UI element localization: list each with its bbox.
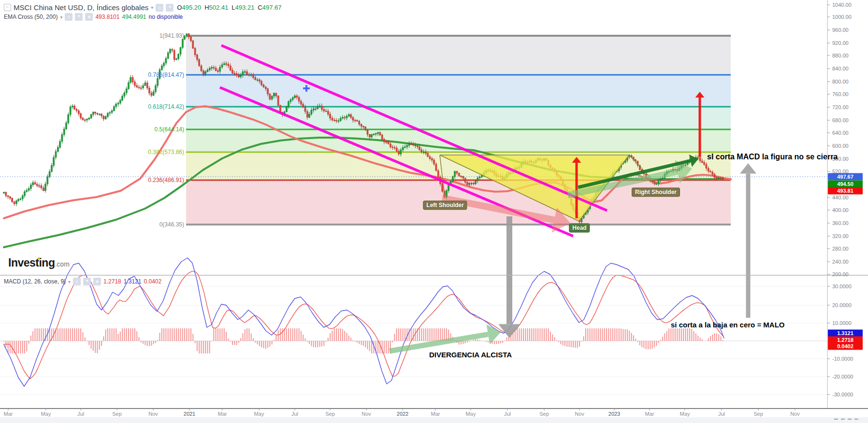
time-axis-label[interactable]: Sep	[325, 411, 335, 417]
price-axis-label[interactable]: 840.00	[832, 66, 849, 71]
time-axis-label[interactable]: Mar	[4, 411, 13, 417]
candle-body	[232, 70, 233, 73]
candle-body	[184, 36, 186, 39]
eye-icon[interactable]: ○	[156, 4, 163, 12]
head-label[interactable]: Head	[569, 224, 590, 233]
time-axis-label[interactable]: Mar	[431, 411, 440, 417]
macd-axis-label[interactable]: 10.0000	[832, 320, 852, 326]
candle-body	[267, 89, 269, 94]
price-axis-label[interactable]: 720.00	[832, 104, 849, 110]
macd-axis-label[interactable]: -10.0000	[832, 356, 853, 362]
symbol-title[interactable]: MSCI China Net USD, D, Índices globales	[14, 3, 148, 12]
price-axis-label[interactable]: 680.00	[832, 117, 849, 123]
time-axis-label[interactable]: Jul	[504, 411, 511, 417]
price-axis-label[interactable]: 880.00	[832, 53, 849, 58]
candle-body	[55, 152, 57, 157]
gear-icon[interactable]: *	[83, 278, 91, 285]
chevron-down-icon[interactable]: ▾	[151, 5, 153, 10]
time-axis-label[interactable]: May	[254, 411, 264, 417]
price-axis-label[interactable]: 360.00	[832, 220, 849, 226]
price-axis-label[interactable]: 400.00	[832, 207, 849, 213]
candle-body	[357, 120, 358, 121]
candle-body	[99, 114, 100, 115]
price-axis-label[interactable]: 440.00	[832, 195, 849, 200]
time-axis-label[interactable]: Sep	[753, 411, 763, 417]
time-axis-label[interactable]: Mar	[218, 411, 227, 417]
candle-body	[325, 111, 327, 112]
price-axis-label[interactable]: 1000.00	[832, 14, 852, 20]
gear-icon[interactable]: *	[166, 4, 174, 12]
price-axis-label[interactable]: 640.00	[832, 130, 849, 136]
chevron-down-icon[interactable]: ▾	[60, 14, 62, 20]
eye-icon[interactable]: ○	[65, 13, 72, 21]
macd-label[interactable]: MACD (12, 26, close, 9)	[4, 278, 66, 285]
candle-body	[211, 68, 213, 69]
macd-axis-label[interactable]: 20.0000	[832, 302, 852, 308]
candle-body	[419, 147, 420, 150]
price-axis-label[interactable]: 760.00	[832, 91, 849, 97]
candle-body	[34, 183, 36, 184]
close-icon[interactable]: ×	[85, 13, 93, 21]
candle-body	[469, 183, 470, 184]
price-axis-label[interactable]: 200.00	[832, 271, 849, 277]
time-axis-label[interactable]: Jul	[291, 411, 298, 417]
time-axis-label[interactable]: 2022	[397, 411, 408, 417]
candle-body	[377, 133, 379, 134]
right-shoulder-label[interactable]: Right Shoulder	[632, 188, 680, 197]
price-axis-label[interactable]: 600.00	[832, 143, 849, 149]
candle-body	[660, 179, 661, 180]
chart-canvas[interactable]	[0, 0, 868, 423]
candle-body	[205, 72, 206, 74]
macd-axis-label[interactable]: 30.0000	[832, 283, 852, 289]
time-axis-label[interactable]: May	[680, 411, 690, 417]
candle-body	[174, 50, 175, 60]
eye-icon[interactable]: ○	[73, 278, 81, 285]
time-axis-label[interactable]: Sep	[112, 411, 122, 417]
time-axis-label[interactable]: Jul	[718, 411, 725, 417]
candle-body	[66, 123, 67, 129]
price-axis-label[interactable]: 920.00	[832, 40, 849, 46]
left-shoulder-label[interactable]: Left Shoulder	[423, 201, 467, 210]
candle-body	[317, 106, 318, 109]
time-axis-label[interactable]: Sep	[539, 411, 549, 417]
candle-body	[161, 66, 162, 70]
price-axis-label[interactable]: 240.00	[832, 259, 849, 265]
collapse-pane-icon[interactable]: −	[4, 4, 11, 11]
time-axis-label[interactable]: Nov	[790, 411, 800, 417]
candle-body	[151, 93, 152, 96]
macd-axis-label[interactable]: -20.0000	[832, 374, 853, 380]
price-axis-label[interactable]: 800.00	[832, 79, 849, 85]
time-axis-label[interactable]: 2023	[608, 411, 620, 417]
time-axis-label[interactable]: 2021	[184, 411, 195, 417]
candle-body	[80, 114, 82, 118]
price-axis-label[interactable]: 320.00	[832, 233, 849, 239]
price-axis-label[interactable]: 280.00	[832, 246, 849, 252]
candle-body	[3, 192, 5, 193]
chevron-down-icon[interactable]: ▾	[68, 279, 71, 284]
time-axis-label[interactable]: Jul	[77, 411, 84, 417]
price-axis-label[interactable]: 960.00	[832, 27, 849, 33]
candle-body	[261, 81, 262, 85]
time-axis-label[interactable]: Nov	[362, 411, 371, 417]
price-axis-label[interactable]: 1040.00	[832, 2, 852, 8]
candle-body	[41, 186, 42, 188]
candle-body	[90, 114, 92, 118]
time-axis-label[interactable]: May	[466, 411, 476, 417]
ema-cross-label[interactable]: EMA Cross (50, 200)	[4, 14, 58, 20]
time-axis-label[interactable]: May	[41, 411, 51, 417]
gray-up-arrowhead	[740, 163, 756, 174]
gear-icon[interactable]: *	[75, 13, 83, 21]
time-axis-label[interactable]: Nov	[575, 411, 584, 417]
candle-body	[342, 117, 343, 118]
candle-body	[352, 117, 354, 120]
macd-line-value: 1.3121	[124, 278, 142, 285]
time-axis-label[interactable]: Mar	[645, 411, 654, 417]
macd-axis-label[interactable]: -30.0000	[832, 392, 853, 397]
time-axis-label[interactable]: Nov	[148, 411, 158, 417]
candle-body	[338, 121, 339, 122]
candle-body	[15, 201, 17, 204]
candle-body	[259, 80, 260, 81]
close-icon[interactable]: ×	[93, 278, 101, 285]
candle-body	[132, 77, 133, 82]
annotation-cross-zero-bad: si corta a la baja en cero = MALO	[671, 321, 785, 329]
